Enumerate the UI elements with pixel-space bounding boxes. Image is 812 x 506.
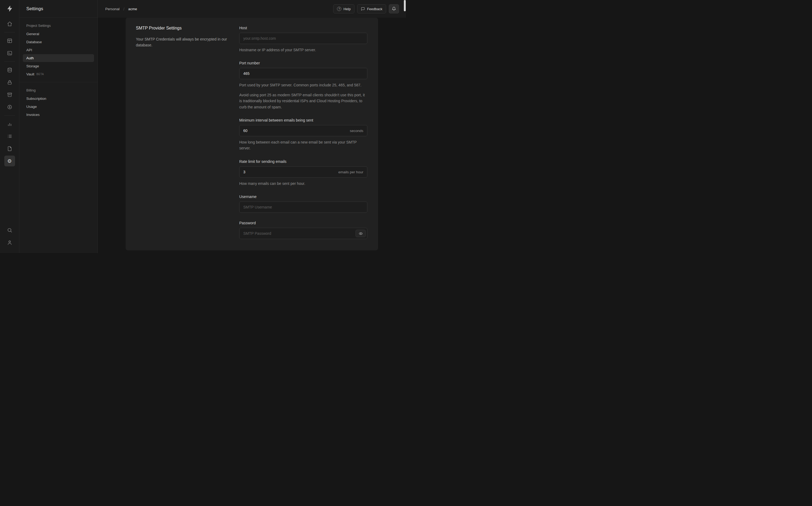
sidebar-item-auth[interactable]: Auth: [23, 54, 94, 62]
username-input[interactable]: [239, 201, 367, 213]
field-host: Host Hostname or IP address of your SMTP…: [239, 26, 367, 53]
port-input-wrap: [239, 68, 367, 79]
nav-section-project-settings: Project Settings General Database API Au…: [19, 18, 97, 82]
auth-lock-icon[interactable]: [4, 77, 15, 88]
port-input[interactable]: [239, 68, 367, 79]
help-circle-icon: ?: [337, 7, 341, 11]
field-password: Password: [239, 221, 367, 239]
sidebar-item-storage[interactable]: Storage: [23, 62, 94, 70]
password-input[interactable]: [239, 228, 367, 239]
password-label: Password: [239, 221, 367, 225]
sql-editor-icon[interactable]: [4, 48, 15, 59]
bell-icon: [392, 7, 396, 11]
min-interval-input-wrap: seconds: [239, 125, 367, 136]
username-label: Username: [239, 194, 367, 199]
rate-limit-help-text: How many emails can be sent per hour.: [239, 181, 367, 186]
field-rate-limit: Rate limit for sending emails emails per…: [239, 159, 367, 186]
feedback-button[interactable]: Feedback: [357, 4, 386, 13]
sidebar-item-label: Subscription: [26, 97, 46, 101]
breadcrumb-org[interactable]: Personal: [105, 7, 120, 11]
sidebar-item-label: Vault: [26, 72, 34, 76]
port-label: Port number: [239, 61, 367, 65]
sidebar-item-database[interactable]: Database: [23, 38, 94, 46]
port-help-text: Port used by your SMTP server. Common po…: [239, 82, 367, 88]
breadcrumb-separator: /: [123, 7, 124, 11]
gear-icon: ⚙: [7, 159, 12, 164]
eye-icon: [359, 232, 363, 236]
sidebar-item-general[interactable]: General: [23, 30, 94, 38]
main-column: Personal / acme ? Help Feedback: [98, 0, 406, 253]
logs-icon[interactable]: [4, 131, 15, 142]
host-help-text: Hostname or IP address of your SMTP serv…: [239, 47, 367, 53]
smtp-form-fields: Host Hostname or IP address of your SMTP…: [239, 26, 367, 239]
help-button-label: Help: [344, 7, 351, 11]
breadcrumb-project[interactable]: acme: [128, 7, 137, 11]
min-interval-label: Minimum interval between emails being se…: [239, 118, 367, 122]
notifications-button[interactable]: [389, 4, 399, 13]
sidebar-header: Settings: [19, 0, 97, 18]
sidebar-item-vault[interactable]: Vault BETA: [23, 70, 94, 78]
password-input-wrap: [239, 228, 367, 239]
user-icon[interactable]: [4, 237, 15, 248]
scrollbar-thumb[interactable]: [404, 0, 406, 11]
edge-functions-icon[interactable]: [4, 102, 15, 112]
sidebar-item-label: General: [26, 32, 39, 36]
sidebar-item-label: Invoices: [26, 113, 40, 117]
sidebar-item-invoices[interactable]: Invoices: [23, 111, 94, 118]
field-port: Port number Port used by your SMTP serve…: [239, 61, 367, 110]
port-note-text: Avoid using port 25 as modern SMTP email…: [239, 92, 367, 110]
page-title: Settings: [26, 6, 43, 11]
table-editor-icon[interactable]: [4, 35, 15, 46]
sidebar-item-label: API: [26, 48, 32, 52]
nav-section-billing: Billing Subscription Usage Invoices: [19, 82, 97, 122]
scrollbar[interactable]: [403, 0, 406, 253]
field-username: Username: [239, 194, 367, 213]
sidebar-item-subscription[interactable]: Subscription: [23, 95, 94, 102]
rail-divider: [4, 115, 15, 116]
rate-limit-label: Rate limit for sending emails: [239, 159, 367, 164]
beta-badge: BETA: [36, 73, 44, 76]
field-min-interval: Minimum interval between emails being se…: [239, 118, 367, 151]
section-title: SMTP Provider Settings: [136, 26, 228, 30]
icon-rail: ⚙: [0, 0, 19, 253]
host-label: Host: [239, 26, 367, 30]
rate-limit-input-wrap: emails per hour: [239, 166, 367, 178]
section-heading: Project Settings: [19, 22, 97, 30]
database-icon[interactable]: [4, 65, 15, 75]
sidebar-item-label: Usage: [26, 105, 37, 109]
feedback-button-label: Feedback: [367, 7, 382, 11]
section-info: SMTP Provider Settings Your SMTP Credent…: [136, 26, 239, 239]
storage-icon[interactable]: [4, 89, 15, 100]
smtp-settings-panel: SMTP Provider Settings Your SMTP Credent…: [126, 18, 378, 250]
rate-limit-input[interactable]: [239, 166, 367, 178]
chat-bubble-icon: [361, 7, 365, 11]
supabase-logo-icon[interactable]: [4, 3, 15, 14]
toggle-password-visibility-button[interactable]: [356, 230, 366, 237]
rail-divider: [4, 32, 15, 32]
content-area: SMTP Provider Settings Your SMTP Credent…: [98, 18, 406, 253]
docs-icon[interactable]: [4, 143, 15, 154]
host-input-wrap: [239, 33, 367, 44]
sidebar-item-label: Auth: [26, 56, 34, 60]
sidebar-item-api[interactable]: API: [23, 46, 94, 54]
sidebar-item-label: Storage: [26, 64, 39, 68]
top-bar: Personal / acme ? Help Feedback: [98, 0, 406, 18]
min-interval-help-text: How long between each email can a new em…: [239, 139, 367, 151]
host-input[interactable]: [239, 33, 367, 44]
settings-icon[interactable]: ⚙: [4, 156, 15, 166]
settings-sidebar: Settings Project Settings General Databa…: [19, 0, 98, 253]
breadcrumb: Personal / acme: [105, 7, 137, 11]
home-icon[interactable]: [4, 18, 15, 29]
sidebar-item-label: Database: [26, 40, 42, 44]
username-input-wrap: [239, 201, 367, 213]
min-interval-input[interactable]: [239, 125, 367, 136]
help-button[interactable]: ? Help: [333, 4, 355, 13]
section-heading: Billing: [19, 87, 97, 94]
search-icon[interactable]: [4, 225, 15, 236]
section-description: Your SMTP Credentials will always be enc…: [136, 36, 228, 48]
topbar-actions: ? Help Feedback: [333, 4, 399, 13]
sidebar-item-usage[interactable]: Usage: [23, 103, 94, 110]
reports-icon[interactable]: [4, 118, 15, 129]
